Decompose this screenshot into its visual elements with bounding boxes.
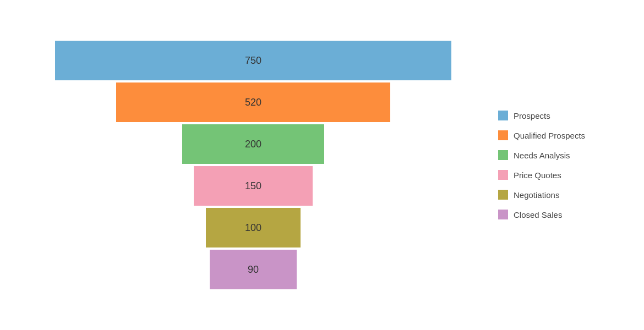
legend-item: Negotiations bbox=[498, 190, 625, 200]
legend-color-box bbox=[498, 130, 508, 140]
legend-label: Needs Analysis bbox=[514, 151, 570, 160]
bar-qualified-prospects: 520 bbox=[116, 82, 391, 122]
bar-row: 90 bbox=[19, 250, 487, 289]
bar-row: 100 bbox=[19, 208, 487, 248]
bar-prospects: 750 bbox=[55, 41, 451, 80]
legend-label: Prospects bbox=[514, 111, 550, 120]
bar-value-label: 520 bbox=[245, 97, 261, 108]
bar-row: 750 bbox=[19, 41, 487, 80]
legend-label: Price Quotes bbox=[514, 170, 561, 180]
legend-item: Price Quotes bbox=[498, 170, 625, 180]
bar-value-label: 100 bbox=[245, 222, 261, 234]
legend-area: ProspectsQualified ProspectsNeeds Analys… bbox=[487, 111, 625, 219]
bar-value-label: 90 bbox=[248, 264, 259, 276]
bar-closed-sales: 90 bbox=[210, 250, 297, 289]
bar-row: 200 bbox=[19, 124, 487, 164]
bar-needs-analysis: 200 bbox=[182, 124, 324, 164]
chart-container: 75052020015010090 ProspectsQualified Pro… bbox=[19, 11, 625, 319]
legend-item: Prospects bbox=[498, 111, 625, 120]
bar-row: 520 bbox=[19, 82, 487, 122]
legend-label: Negotiations bbox=[514, 190, 559, 200]
legend-label: Closed Sales bbox=[514, 210, 562, 219]
bar-value-label: 750 bbox=[245, 55, 261, 67]
legend-item: Qualified Prospects bbox=[498, 130, 625, 140]
legend-color-box bbox=[498, 170, 508, 180]
bar-row: 150 bbox=[19, 166, 487, 206]
legend-color-box bbox=[498, 111, 508, 120]
bar-value-label: 150 bbox=[245, 180, 261, 192]
funnel-area: 75052020015010090 bbox=[19, 11, 487, 319]
legend-item: Closed Sales bbox=[498, 210, 625, 219]
legend-item: Needs Analysis bbox=[498, 150, 625, 160]
legend-color-box bbox=[498, 210, 508, 219]
legend-label: Qualified Prospects bbox=[514, 131, 585, 140]
bar-negotiations: 100 bbox=[206, 208, 301, 248]
bar-value-label: 200 bbox=[245, 139, 261, 150]
legend-color-box bbox=[498, 150, 508, 160]
legend-color-box bbox=[498, 190, 508, 200]
bar-price-quotes: 150 bbox=[194, 166, 313, 206]
